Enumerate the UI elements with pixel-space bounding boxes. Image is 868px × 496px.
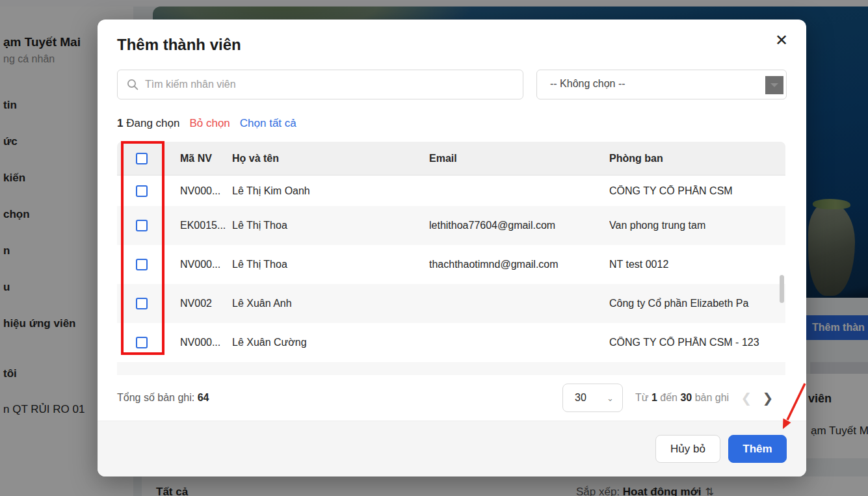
add-member-modal: Thêm thành viên ✕ -- Không chọn -- 1 Đan… <box>98 20 806 476</box>
column-header-name: Họ và tên <box>232 153 429 164</box>
submit-button[interactable]: Thêm <box>728 435 787 463</box>
employee-table: Mã NV Họ và tên Email Phòng ban NV000...… <box>117 142 785 375</box>
previous-page-icon[interactable]: ❮ <box>738 384 755 412</box>
total-records: Tổng số bản ghi: 64 <box>117 384 209 412</box>
range-from: 1 <box>651 392 657 403</box>
cell-name: Lê Thị Thoa <box>232 220 429 231</box>
selected-count: 1 Đang chọn <box>117 117 179 130</box>
cell-code: NV000... <box>180 185 232 197</box>
cell-department: CÔNG TY CỔ PHẦN CSM <box>609 185 785 197</box>
table-row[interactable]: NV000... Lê Xuân Cường CÔNG TY CỔ PHẦN C… <box>117 323 785 362</box>
modal-title: Thêm thành viên <box>117 36 241 54</box>
range-suffix: bản ghi <box>692 392 729 403</box>
select-all-link[interactable]: Chọn tất cả <box>240 117 296 130</box>
row-checkbox[interactable] <box>136 337 148 348</box>
modal-footer: Hủy bỏ Thêm <box>98 421 806 476</box>
cell-name: Lê Thị Kim Oanh <box>232 185 429 197</box>
search-input[interactable] <box>145 79 514 90</box>
cell-department: NT test 0012 <box>609 259 785 270</box>
close-icon[interactable]: ✕ <box>775 33 788 48</box>
filter-selected-value: -- Không chọn -- <box>550 78 625 90</box>
column-header-code: Mã NV <box>180 153 232 164</box>
row-checkbox[interactable] <box>136 298 148 309</box>
table-row-clipped <box>117 362 785 375</box>
chevron-down-icon[interactable] <box>765 76 783 94</box>
employee-search-field[interactable] <box>117 70 523 99</box>
range-to: 30 <box>680 392 692 403</box>
page-size-select[interactable]: 30 ⌄ <box>562 384 623 412</box>
selected-count-label: Đang chọn <box>123 117 179 129</box>
cell-code: EK0015... <box>180 220 232 231</box>
pagination-range: Từ 1 đến 30 bản ghi <box>635 384 729 412</box>
cancel-button[interactable]: Hủy bỏ <box>655 435 720 463</box>
deselect-link[interactable]: Bỏ chọn <box>189 117 230 130</box>
table-scrollbar-thumb[interactable] <box>780 275 784 303</box>
next-page-icon[interactable]: ❯ <box>759 384 776 412</box>
total-records-value: 64 <box>198 392 209 403</box>
row-checkbox[interactable] <box>136 185 148 197</box>
table-row[interactable]: EK0015... Lê Thị Thoa lethithoa77604@gma… <box>117 206 785 245</box>
cell-department: Công ty Cổ phần Elizabeth Pa <box>609 298 785 309</box>
table-row[interactable]: NV000... Lê Thị Thoa thachthaotimnd@gmai… <box>117 245 785 284</box>
column-header-email: Email <box>429 153 609 164</box>
total-records-label: Tổng số bản ghi: <box>117 392 198 403</box>
column-header-department: Phòng ban <box>609 153 785 164</box>
cell-code: NV002 <box>180 298 232 309</box>
table-header-row: Mã NV Họ và tên Email Phòng ban <box>117 142 785 176</box>
cell-code: NV000... <box>180 259 232 270</box>
cell-name: Lê Xuân Cường <box>232 337 429 348</box>
range-prefix: Từ <box>635 392 651 403</box>
screen: ạm Tuyết Mai ng cá nhân tin ức kiến chọn… <box>0 0 868 496</box>
cell-email: lethithoa77604@gmail.com <box>429 220 609 231</box>
cell-email: thachthaotimnd@gmail.com <box>429 259 609 270</box>
select-all-checkbox[interactable] <box>136 153 148 164</box>
cell-name: Lê Xuân Anh <box>232 298 429 309</box>
row-checkbox[interactable] <box>136 220 148 231</box>
department-filter-select[interactable]: -- Không chọn -- <box>536 70 787 99</box>
selection-toolbar: 1 Đang chọn Bỏ chọn Chọn tất cả <box>117 117 296 130</box>
row-checkbox[interactable] <box>136 259 148 270</box>
cell-department: Van phong trung tam <box>609 220 785 231</box>
table-row[interactable]: NV002 Lê Xuân Anh Công ty Cổ phần Elizab… <box>117 284 785 323</box>
range-mid: đến <box>657 392 681 403</box>
chevron-down-icon: ⌄ <box>607 393 614 403</box>
page-size-value: 30 <box>575 392 586 404</box>
cell-department: CÔNG TY CỔ PHẦN CSM - 123 <box>609 337 785 348</box>
search-icon <box>127 79 138 90</box>
cell-code: NV000... <box>180 337 232 348</box>
cell-name: Lê Thị Thoa <box>232 259 429 270</box>
table-row[interactable]: NV000... Lê Thị Kim Oanh CÔNG TY CỔ PHẦN… <box>117 176 785 206</box>
